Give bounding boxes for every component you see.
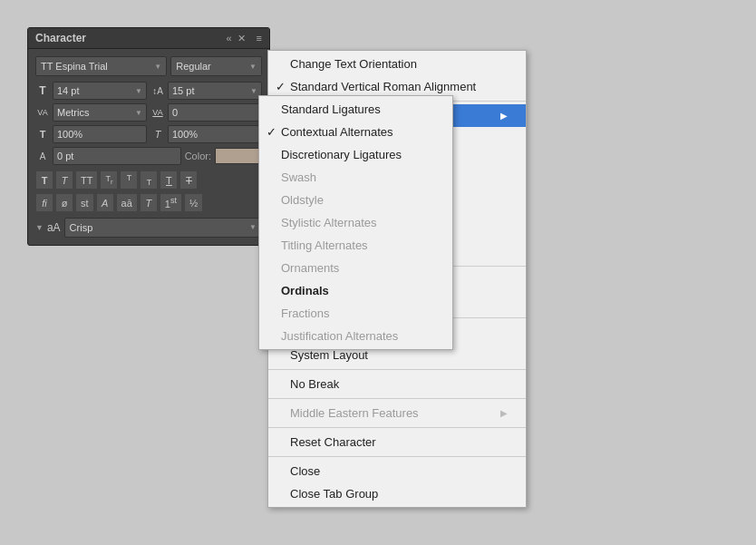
separator-4	[268, 369, 526, 370]
menu-item-middle-eastern[interactable]: Middle Eastern Features ▶	[268, 402, 526, 424]
baseline-icon: A	[35, 151, 50, 161]
leading-field[interactable]: 15 pt ▼	[168, 82, 262, 100]
separator-7	[268, 456, 526, 457]
ligature-italic-btn[interactable]: T	[140, 193, 158, 212]
baseline-color-row: A 0 pt Color:	[35, 147, 262, 165]
ligature-aa-btn[interactable]: aā	[116, 193, 138, 212]
scale-h-icon: T	[35, 129, 50, 140]
tracking-cell: VA Metrics ▼	[35, 103, 147, 122]
submenu-item-titling-alternates[interactable]: Titling Alternates	[259, 234, 452, 257]
dropdown-arrow-small: ▼	[35, 223, 44, 232]
superscript-btn[interactable]: T	[120, 170, 138, 190]
tracking-icon: VA	[35, 108, 50, 117]
leading-cell: ↕A 15 pt ▼	[150, 82, 262, 100]
ligature-st-btn[interactable]: st	[75, 193, 94, 212]
menu-item-no-break[interactable]: No Break	[268, 373, 526, 395]
separator-5	[268, 398, 526, 399]
font-family-arrow: ▼	[154, 63, 161, 71]
ordinal-btn[interactable]: 1st	[160, 193, 182, 212]
kerning-field[interactable]: 0	[168, 103, 262, 122]
size-arrow: ▼	[135, 87, 142, 95]
panel-title: Character	[35, 32, 86, 44]
aa-method-select[interactable]: Crisp ▼	[64, 218, 262, 238]
ligature-buttons: fi ø st A aā T 1st ½	[35, 193, 262, 212]
size-cell: T 14 pt ▼	[35, 82, 147, 100]
tracking-field[interactable]: Metrics ▼	[53, 103, 147, 122]
underline-btn[interactable]: T	[160, 170, 178, 190]
panel-titlebar: Character « ✕ ≡	[28, 28, 269, 49]
typography-buttons: T T TT Tr T T T T	[35, 170, 262, 190]
character-panel: Character « ✕ ≡ TT Espina Trial ▼ Regula…	[27, 27, 270, 246]
all-caps-btn[interactable]: TT	[75, 170, 98, 190]
ligature-fi-btn[interactable]: fi	[35, 193, 53, 212]
bold-btn[interactable]: T	[35, 170, 53, 190]
scale-h-cell: T 100%	[35, 125, 147, 143]
tracking-arrow: ▼	[135, 109, 142, 117]
ligature-a-btn[interactable]: A	[96, 193, 114, 212]
kerning-icon: VA	[150, 108, 165, 117]
scale-v-cell: T 100%	[150, 125, 262, 143]
submenu-item-standard-ligatures[interactable]: Standard Ligatures	[259, 98, 452, 121]
submenu-item-ornaments[interactable]: Ornaments	[259, 257, 452, 279]
submenu-item-oldstyle[interactable]: Oldstyle	[259, 189, 452, 211]
aa-text: aA	[47, 221, 61, 234]
baseline-cell: A 0 pt	[35, 147, 181, 165]
size-field[interactable]: 14 pt ▼	[53, 82, 147, 100]
subscript-btn[interactable]: T	[140, 170, 158, 190]
middle-eastern-arrow: ▶	[500, 408, 508, 418]
menu-item-reset-character[interactable]: Reset Character	[268, 431, 526, 453]
submenu-item-ordinals[interactable]: Ordinals	[259, 279, 452, 302]
italic-btn[interactable]: T	[55, 170, 73, 190]
panel-controls: « ✕ ≡	[226, 33, 262, 44]
opentype-submenu: Standard Ligatures Contextual Alternates…	[258, 95, 453, 350]
size-leading-row: T 14 pt ▼ ↕A 15 pt ▼	[35, 82, 262, 100]
collapse-icon[interactable]: «	[226, 33, 231, 44]
size-icon: T	[35, 84, 50, 97]
small-caps-btn[interactable]: Tr	[100, 170, 118, 190]
submenu-item-justification-alternates[interactable]: Justification Alternates	[259, 325, 452, 347]
font-style-arrow: ▼	[249, 63, 257, 71]
submenu-item-discretionary-ligatures[interactable]: Discretionary Ligatures	[259, 143, 452, 166]
color-swatch[interactable]	[215, 148, 262, 164]
scale-row: T 100% T 100%	[35, 125, 262, 143]
menu-item-close-tab-group[interactable]: Close Tab Group	[268, 482, 526, 505]
menu-item-change-text-orientation[interactable]: Change Text Orientation	[268, 53, 526, 75]
bottom-row: ▼ aA Crisp ▼	[35, 218, 262, 238]
baseline-field[interactable]: 0 pt	[53, 147, 181, 165]
kerning-cell: VA 0	[150, 103, 262, 122]
font-style-select[interactable]: Regular ▼	[170, 56, 262, 76]
leading-arrow: ▼	[250, 87, 257, 95]
separator-6	[268, 427, 526, 428]
menu-item-close[interactable]: Close	[268, 460, 526, 482]
submenu-item-swash[interactable]: Swash	[259, 166, 452, 189]
menu-icon[interactable]: ≡	[257, 33, 262, 44]
tracking-kerning-row: VA Metrics ▼ VA 0	[35, 103, 262, 122]
close-panel-icon[interactable]: ✕	[237, 33, 246, 44]
fraction-btn[interactable]: ½	[184, 193, 203, 212]
color-label: Color:	[185, 151, 211, 161]
font-family-select[interactable]: TT Espina Trial ▼	[35, 56, 167, 76]
submenu-item-contextual-alternates[interactable]: Contextual Alternates	[259, 121, 452, 143]
opentype-submenu-arrow: ▶	[500, 111, 508, 121]
scale-h-field[interactable]: 100%	[53, 125, 147, 143]
ligature-loop-btn[interactable]: ø	[55, 193, 73, 212]
submenu-item-fractions[interactable]: Fractions	[259, 302, 452, 325]
font-row: TT Espina Trial ▼ Regular ▼	[35, 56, 262, 76]
aa-arrow: ▼	[249, 223, 257, 231]
panel-body: TT Espina Trial ▼ Regular ▼ T 14 pt ▼ ↕A…	[28, 49, 269, 245]
scale-v-icon: T	[150, 129, 165, 140]
strikethrough-btn[interactable]: T	[179, 170, 198, 190]
submenu-item-stylistic-alternates[interactable]: Stylistic Alternates	[259, 211, 452, 234]
scale-v-field[interactable]: 100%	[168, 125, 262, 143]
leading-icon: ↕A	[150, 86, 165, 96]
